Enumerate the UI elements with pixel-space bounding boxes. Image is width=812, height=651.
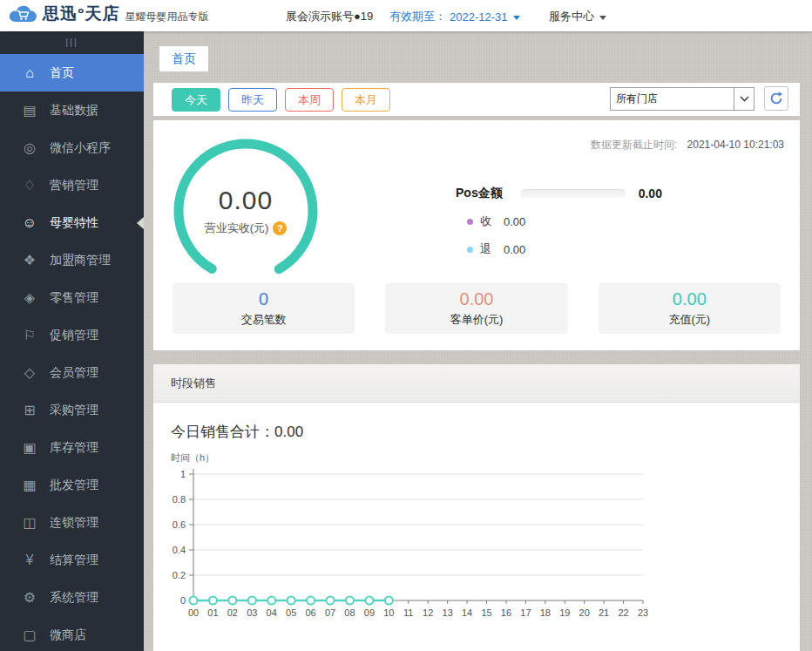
recharge-value: 0.00 [673,289,707,309]
svg-text:12: 12 [423,607,433,618]
sidebar-item-marketing[interactable]: ♢ 营销管理 [0,166,144,204]
sidebar-item-base-data[interactable]: ▤ 基础数据 [0,92,144,129]
baby-icon: ☺ [21,214,38,232]
overview-panel: 数据更新截止时间: 2021-04-10 10:21:03 0.00 营业实收(… [153,120,800,350]
svg-text:05: 05 [286,607,296,618]
cart-icon: ⊞ [21,402,38,419]
sidebar-item-inventory[interactable]: ▣ 库存管理 [0,429,144,466]
member-diamond-icon: ◇ [21,364,38,382]
svg-text:16: 16 [501,607,511,618]
svg-text:06: 06 [305,607,315,618]
hourly-sales-panel: 时段销售 今日销售合计：0.00 时间（h） 00.20.40.60.81000… [153,364,800,651]
filter-this-month-button[interactable]: 本月 [342,88,390,112]
pos-total-value: 0.00 [639,186,662,200]
svg-text:23: 23 [638,607,648,618]
recharge-label: 充值(元) [668,312,710,328]
sidebar-collapse-handle[interactable]: ||| [0,31,144,54]
sidebar-item-wholesale[interactable]: ▦ 批发管理 [0,466,144,504]
pos-amount-title: Pos金额 [456,186,503,201]
refresh-icon [768,91,784,106]
svg-text:1: 1 [180,469,186,479]
stat-card-transactions: 0 交易笔数 [173,283,355,334]
svg-text:02: 02 [227,607,238,618]
warehouse-icon: ▣ [21,439,38,457]
tab-home[interactable]: 首页 [159,46,208,71]
svg-text:21: 21 [599,607,609,618]
revenue-gauge: 0.00 营业实收(元) ? [172,137,320,285]
refund-dot-icon [467,247,473,253]
revenue-label: 营业实收(元) [205,220,269,236]
svg-text:19: 19 [559,607,570,618]
svg-text:13: 13 [443,607,453,618]
filter-toolbar: 今天 昨天 本周 本月 所有门店 [153,83,800,116]
demo-account-label: 展会演示账号●19 [286,9,373,24]
help-icon[interactable]: ? [273,221,287,235]
date-filter-group: 今天 昨天 本周 本月 [172,88,398,112]
sidebar-item-settlement[interactable]: ¥ 结算管理 [0,541,144,579]
store-select-value: 所有门店 [611,88,734,110]
avg-ticket-label: 客单价(元) [450,312,504,328]
service-center-dropdown[interactable]: 服务中心 [549,9,606,24]
sidebar-nav: ||| ⌂ 首页 ▤ 基础数据 ◎ 微信小程序 ♢ 营销管理 ☺ 母婴特性 ❖ … [0,31,144,651]
hourly-sales-chart: 00.20.40.60.8100010203040506070809101112… [153,467,800,633]
validity-dropdown[interactable]: 有效期至： 2022-12-31 [389,9,520,24]
filter-yesterday-button[interactable]: 昨天 [228,88,277,112]
franchise-icon: ❖ [21,252,38,269]
svg-text:07: 07 [325,607,335,618]
moneybag-icon: ¥ [21,552,38,569]
sidebar-item-maternal-features[interactable]: ☺ 母婴特性 [0,204,144,241]
sidebar-item-retail[interactable]: ◈ 零售管理 [0,279,144,316]
svg-text:20: 20 [579,607,590,618]
sidebar-item-system[interactable]: ⚙ 系统管理 [0,579,144,616]
store-select[interactable]: 所有门店 [610,87,754,111]
stat-cards: 0 交易笔数 0.00 客单价(元) 0.00 充值(元) [173,283,781,334]
pos-refund-row: 退 0.00 [467,241,787,257]
svg-text:09: 09 [364,607,375,618]
transactions-value: 0 [259,289,268,309]
shop-icon: ◫ [21,514,38,532]
top-header: 思迅°天店 星耀母婴用品专版 展会演示账号●19 有效期至： 2022-12-3… [0,0,812,31]
home-icon: ⌂ [21,64,38,82]
chevron-down-icon [740,96,749,102]
section-title: 时段销售 [153,364,800,403]
chevron-down-icon [599,16,606,20]
chevron-down-icon [513,16,520,20]
avg-ticket-value: 0.00 [460,289,494,309]
megaphone-icon: ⚐ [21,327,38,344]
data-update-time: 数据更新截止时间: 2021-04-10 10:21:03 [591,138,784,153]
sidebar-item-member[interactable]: ◇ 会员管理 [0,354,144,391]
chart-axis-label: 时间（h） [171,451,214,465]
sidebar-item-purchase[interactable]: ⊞ 采购管理 [0,391,144,429]
select-arrow-box[interactable] [734,88,754,110]
boxes-icon: ▦ [21,477,38,494]
miniprogram-icon: ◎ [21,139,38,157]
validity-date: 2022-12-31 [450,10,508,24]
svg-text:10: 10 [383,607,394,618]
stat-card-recharge: 0.00 充值(元) [599,283,781,334]
svg-text:04: 04 [267,607,277,618]
cloud-cart-logo-icon [7,3,38,25]
filter-this-week-button[interactable]: 本周 [285,88,334,112]
receive-dot-icon [467,219,473,225]
sidebar-item-home[interactable]: ⌂ 首页 [0,54,144,92]
sidebar-item-franchise[interactable]: ❖ 加盟商管理 [0,241,144,279]
transactions-label: 交易笔数 [241,312,287,328]
filter-today-button[interactable]: 今天 [172,88,220,112]
selected-module-arrow-icon [137,217,144,229]
svg-text:11: 11 [403,607,413,618]
svg-text:0.2: 0.2 [173,570,186,580]
revenue-value: 0.00 [219,186,273,215]
sidebar-item-micro-shop[interactable]: ▢ 微商店 [0,616,144,651]
svg-text:00: 00 [188,607,199,618]
svg-text:17: 17 [520,607,531,618]
database-icon: ▤ [21,102,38,119]
sidebar-item-chain[interactable]: ◫ 连锁管理 [0,504,144,541]
svg-text:0.4: 0.4 [173,545,186,555]
svg-text:22: 22 [618,607,628,618]
pos-progress-bar [521,189,626,198]
store-icon: ▢ [21,627,38,644]
refresh-button[interactable] [764,86,788,111]
sidebar-item-promotion[interactable]: ⚐ 促销管理 [0,316,144,354]
sidebar-item-wechat-miniprogram[interactable]: ◎ 微信小程序 [0,129,144,166]
validity-label: 有效期至： [389,9,446,24]
